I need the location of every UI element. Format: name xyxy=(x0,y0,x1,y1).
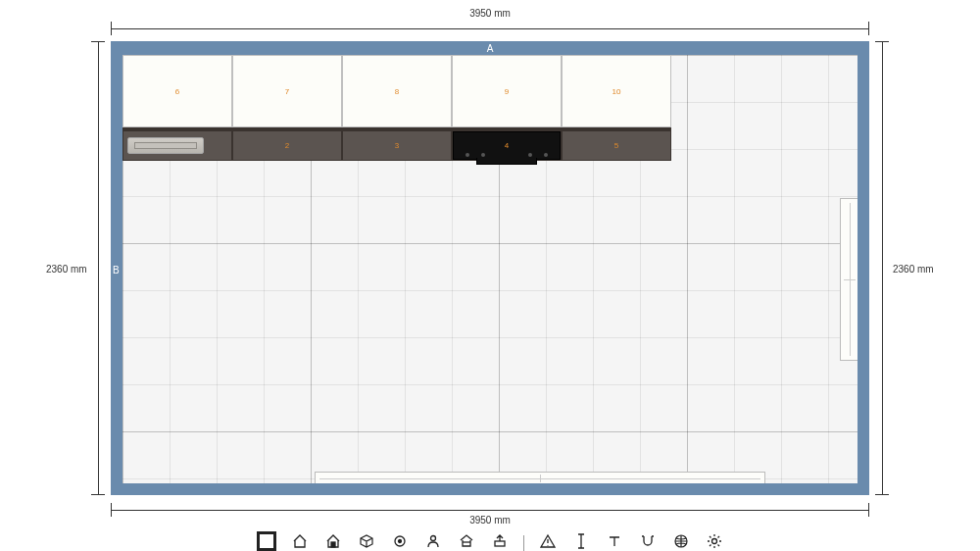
room-floor[interactable]: 6 7 8 9 10 1 2 3 4 5 xyxy=(122,55,858,483)
wall-opening-right[interactable] xyxy=(840,198,858,361)
svg-rect-2 xyxy=(264,538,270,544)
base-cabinet-5[interactable]: 5 xyxy=(562,127,671,161)
dimension-left: 2360 mm xyxy=(91,41,105,495)
svg-point-5 xyxy=(398,540,401,543)
base-cabinet-3[interactable]: 3 xyxy=(342,127,452,161)
sink[interactable] xyxy=(127,137,204,154)
dimension-left-label: 2360 mm xyxy=(46,263,87,274)
dimension-right: 2360 mm xyxy=(875,41,889,495)
toolbar-separator xyxy=(523,535,524,551)
snap-icon[interactable] xyxy=(638,531,658,551)
wall-cabinet-8[interactable]: 8 xyxy=(342,55,452,127)
plan-layers-icon[interactable] xyxy=(257,531,276,551)
wall-label-left: B xyxy=(113,264,120,275)
dimension-bottom-label: 3950 mm xyxy=(467,515,513,526)
wall-cabinet-9[interactable]: 9 xyxy=(452,55,562,127)
view-icon[interactable] xyxy=(390,531,410,551)
canvas-stage[interactable]: 3950 mm 3950 mm 2360 mm 2360 mm A B 6 7 … xyxy=(0,0,980,551)
wall-opening-bottom[interactable] xyxy=(315,472,765,483)
toolbar xyxy=(0,527,980,551)
home-filled-icon[interactable] xyxy=(323,531,343,551)
wall-cabinet-10[interactable]: 10 xyxy=(562,55,671,127)
svg-rect-3 xyxy=(331,542,335,547)
wall-cabinet-row: 6 7 8 9 10 xyxy=(122,55,671,127)
dimension-top-label: 3950 mm xyxy=(467,8,513,19)
wall-cabinet-6[interactable]: 6 xyxy=(122,55,232,127)
svg-point-6 xyxy=(430,536,435,541)
person-icon[interactable] xyxy=(423,531,443,551)
dimension-top: 3950 mm xyxy=(111,22,869,35)
warning-icon[interactable] xyxy=(538,531,558,551)
ruler-vertical-icon[interactable] xyxy=(571,531,591,551)
base-cabinet-1[interactable]: 1 xyxy=(122,127,232,161)
dimension-right-label: 2360 mm xyxy=(893,263,934,274)
placement-icon[interactable] xyxy=(490,531,510,551)
room-3d-icon[interactable] xyxy=(357,531,376,551)
svg-rect-7 xyxy=(495,541,505,546)
wall-label-top: A xyxy=(487,43,494,54)
grid-icon[interactable] xyxy=(671,531,691,551)
base-cabinet-2[interactable]: 2 xyxy=(232,127,342,161)
base-cabinet-row: 1 2 3 4 5 xyxy=(122,127,671,161)
home-outline-icon[interactable] xyxy=(290,531,310,551)
wall-cabinet-7[interactable]: 7 xyxy=(232,55,342,127)
settings-icon[interactable] xyxy=(705,531,724,551)
ceiling-icon[interactable] xyxy=(457,531,476,551)
text-tool-icon[interactable] xyxy=(605,531,624,551)
hob-handle xyxy=(476,158,537,165)
base-cabinet-4[interactable]: 4 xyxy=(452,127,562,161)
svg-point-9 xyxy=(711,539,716,544)
dimension-bottom: 3950 mm xyxy=(111,503,869,517)
